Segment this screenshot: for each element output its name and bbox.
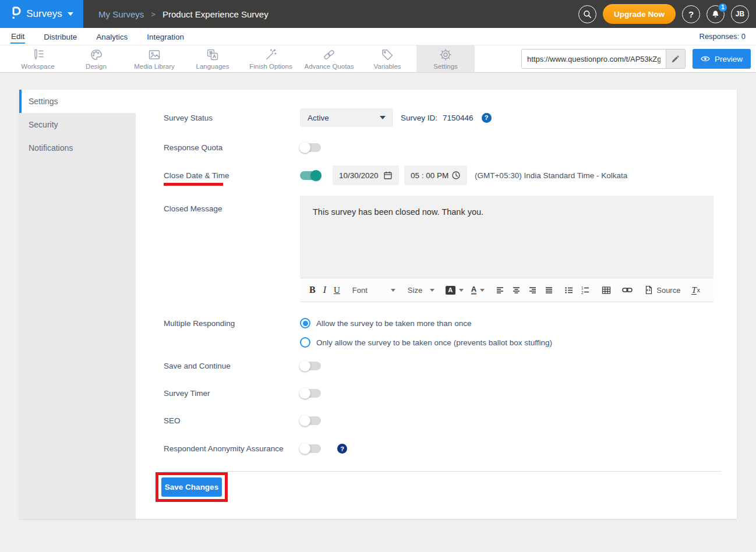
ribbon-tab-variables[interactable]: Variables xyxy=(358,45,416,72)
help-button[interactable]: ? xyxy=(682,5,700,23)
text-color-button[interactable]: A xyxy=(471,285,485,295)
numbered-list-button[interactable]: 1 2 xyxy=(581,286,589,295)
preview-button[interactable]: Preview xyxy=(693,49,751,69)
edit-url-button[interactable] xyxy=(666,49,685,68)
survey-timer-toggle[interactable] xyxy=(300,389,321,398)
sidebar-item-settings[interactable]: Settings xyxy=(19,90,136,113)
product-name: Surveys xyxy=(26,8,62,20)
row-closed-message: Closed Message This survey has been clos… xyxy=(164,196,737,302)
align-justify-icon xyxy=(545,286,553,295)
close-date-input[interactable]: 10/30/2020 xyxy=(333,165,399,185)
align-right-button[interactable] xyxy=(528,286,537,295)
avatar[interactable]: JB xyxy=(731,5,749,23)
close-date-label: Close Date & Time xyxy=(164,171,229,180)
source-button[interactable]: Source xyxy=(645,285,680,295)
save-and-continue-toggle[interactable] xyxy=(300,362,321,370)
ribbon-tab-languages[interactable]: Languages xyxy=(183,45,242,72)
seo-toggle[interactable] xyxy=(300,416,321,425)
close-time-input[interactable]: 05 : 00 PM xyxy=(404,165,467,185)
close-date-toggle[interactable] xyxy=(300,171,321,180)
sidebar-rest: Security Notifications xyxy=(19,113,136,519)
survey-url-box xyxy=(521,49,686,69)
radio-allow-once[interactable]: Only allow the survey to be taken once (… xyxy=(300,337,552,348)
timezone-text: (GMT+05:30) India Standard Time - Kolkat… xyxy=(475,171,627,180)
respondent-anonymity-label: Respondent Anonymity Assurance xyxy=(164,444,300,453)
tab-integration[interactable]: Integration xyxy=(146,30,185,43)
ribbon-tab-settings[interactable]: Settings xyxy=(416,45,475,72)
tag-icon xyxy=(380,48,394,62)
search-button[interactable] xyxy=(578,5,596,23)
ribbon-tab-design[interactable]: Design xyxy=(67,45,125,72)
remove-format-button[interactable]: Tx xyxy=(691,286,700,295)
text-color-icon: A xyxy=(471,285,476,295)
eye-icon xyxy=(701,55,710,62)
table-button[interactable] xyxy=(602,286,611,295)
italic-button[interactable]: I xyxy=(323,285,326,295)
sidebar-item-security[interactable]: Security xyxy=(19,113,136,136)
align-left-button[interactable] xyxy=(496,286,504,295)
survey-status-select[interactable]: Active xyxy=(300,108,393,127)
align-justify-button[interactable] xyxy=(545,286,553,295)
ribbon-tab-finish-options[interactable]: Finish Options xyxy=(242,45,300,72)
underline-button[interactable]: U xyxy=(334,285,340,295)
settings-sidebar: Settings Security Notifications xyxy=(19,90,136,519)
breadcrumb-separator: > xyxy=(151,10,156,19)
bullet-list-button[interactable] xyxy=(564,286,573,295)
seo-label: SEO xyxy=(164,416,300,425)
response-quota-toggle[interactable] xyxy=(300,143,321,152)
size-dropdown[interactable]: Size xyxy=(408,286,434,295)
svg-text:2: 2 xyxy=(581,290,584,294)
tab-distribute[interactable]: Distribute xyxy=(43,30,77,43)
save-changes-button[interactable]: Save Changes xyxy=(161,477,222,497)
chain-links-icon xyxy=(322,48,336,62)
ribbon-tab-media-library[interactable]: Media Library xyxy=(125,45,183,72)
closed-message-text[interactable]: This survey has been closed now. Thank y… xyxy=(300,196,713,278)
ribbon-tab-advance-quotas[interactable]: Advance Quotas xyxy=(300,45,358,72)
background-color-button[interactable]: A xyxy=(446,286,464,295)
numbered-list-icon: 1 2 xyxy=(581,286,589,295)
chevron-down-icon xyxy=(391,289,395,292)
radio-allow-multiple[interactable]: Allow the survey to be taken more than o… xyxy=(300,318,552,328)
align-right-icon xyxy=(528,286,537,295)
gear-icon xyxy=(439,48,453,62)
respondent-anonymity-toggle[interactable] xyxy=(300,444,321,453)
response-quota-label: Response Quota xyxy=(164,143,300,152)
link-icon xyxy=(622,286,633,293)
tab-edit[interactable]: Edit xyxy=(10,30,25,44)
radio-selected-icon xyxy=(300,318,310,328)
multiple-responding-options: Allow the survey to be taken more than o… xyxy=(300,318,552,348)
survey-status-label: Survey Status xyxy=(164,114,300,122)
sidebar-item-notifications[interactable]: Notifications xyxy=(19,136,136,160)
survey-id-label: Survey ID: xyxy=(401,114,437,122)
row-response-quota: Response Quota xyxy=(164,143,737,152)
font-dropdown[interactable]: Font xyxy=(352,286,395,295)
save-and-continue-label: Save and Continue xyxy=(164,362,300,370)
chevron-down-icon xyxy=(68,12,73,16)
survey-url-input[interactable] xyxy=(522,49,666,68)
align-center-icon xyxy=(512,286,521,295)
breadcrumb-my-surveys[interactable]: My Surveys xyxy=(98,9,144,19)
breadcrumb: My Surveys > Product Experience Survey xyxy=(98,9,269,19)
align-center-button[interactable] xyxy=(512,286,521,295)
editor-toolbar: B I U Font Size A xyxy=(300,278,713,302)
source-code-icon xyxy=(645,285,653,295)
row-close-date: Close Date & Time 10/30/2020 05 : 00 PM … xyxy=(164,165,737,185)
link-button[interactable] xyxy=(622,286,633,293)
respondent-anonymity-help-icon[interactable]: ? xyxy=(337,444,347,454)
palette-icon xyxy=(89,48,103,62)
clock-icon xyxy=(451,171,461,180)
bold-button[interactable]: B xyxy=(309,285,316,295)
tab-analytics[interactable]: Analytics xyxy=(96,30,128,43)
image-icon xyxy=(147,48,161,62)
survey-id-help-icon[interactable]: ? xyxy=(482,113,492,123)
ribbon-tab-workspace[interactable]: Workspace xyxy=(9,45,67,72)
survey-id-value: 7150446 xyxy=(443,114,474,122)
bullet-list-icon xyxy=(564,286,573,295)
annotation-highlight-box: Save Changes xyxy=(156,472,228,502)
responses-count: Responses: 0 xyxy=(700,32,746,41)
notifications-button[interactable]: 1 xyxy=(706,5,725,23)
upgrade-now-button[interactable]: Upgrade Now xyxy=(603,4,676,24)
app-logo-block[interactable]: Surveys xyxy=(0,0,83,28)
chevron-down-icon xyxy=(459,289,464,292)
form-divider xyxy=(164,471,721,472)
